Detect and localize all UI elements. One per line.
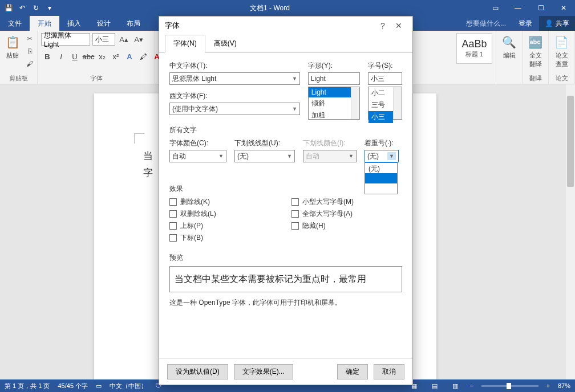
size-listbox[interactable]: 小二 三号 小三 (368, 87, 402, 120)
share-icon: 👤 (545, 19, 553, 27)
superscript-checkbox[interactable]: 上标(P) (169, 221, 280, 231)
grow-font-icon[interactable]: A▴ (118, 33, 130, 46)
tab-file[interactable]: 文件 (0, 16, 30, 31)
font-color-select[interactable]: 自动▼ (169, 150, 226, 162)
checkbox-icon (291, 198, 299, 206)
color-value: 自动 (172, 152, 186, 161)
font-group-label: 字体 (41, 73, 151, 83)
save-icon[interactable]: 💾 (2, 2, 15, 14)
hidden-checkbox[interactable]: 隐藏(H) (291, 221, 402, 231)
preview-text: 当文档中某些文本需要被标记为重点时，最常用 (175, 273, 366, 285)
size-option[interactable]: 小三 (369, 111, 393, 123)
tab-insert[interactable]: 插入 (59, 16, 89, 31)
emphasis-option[interactable] (365, 173, 397, 183)
zoom-in-icon[interactable]: + (546, 382, 550, 389)
clipboard-group-label: 剪贴板 (3, 73, 34, 83)
underline-value: (无) (237, 152, 249, 161)
text-effects-button[interactable]: 文字效果(E)... (234, 364, 293, 379)
dialog-tab-advanced[interactable]: 高级(V) (205, 35, 245, 52)
underline-label: 下划线线型(U): (234, 138, 295, 148)
ribbon-options-icon[interactable]: ▭ (484, 0, 507, 16)
emph-value: (无) (367, 152, 379, 161)
edit-button[interactable]: 🔍编辑 (500, 33, 519, 60)
web-layout-icon[interactable]: ▥ (449, 381, 461, 391)
subscript-button[interactable]: x₂ (96, 50, 108, 63)
listbox-scrollbar[interactable] (393, 87, 402, 119)
size-option[interactable]: 三号 (369, 99, 393, 111)
document-check-icon: 📄 (553, 33, 571, 51)
maximize-icon[interactable]: ☐ (529, 0, 552, 16)
dstrike-checkbox[interactable]: 双删除线(L) (169, 209, 280, 219)
ok-button[interactable]: 确定 (337, 364, 368, 379)
zoom-thumb[interactable] (507, 383, 511, 389)
redo-icon[interactable]: ↻ (30, 2, 42, 14)
cancel-button[interactable]: 取消 (374, 364, 404, 379)
style-option[interactable]: Light (309, 87, 351, 97)
emphasis-option[interactable]: (无) (365, 163, 397, 173)
superscript-button[interactable]: x² (110, 50, 122, 63)
font-name-combo[interactable]: 思源黑体 Light (41, 33, 90, 46)
listbox-scrollbar[interactable] (351, 87, 359, 119)
print-layout-icon[interactable]: ▤ (428, 381, 441, 391)
thesis-button[interactable]: 📄论文查重 (552, 33, 571, 68)
cut-icon[interactable]: ✂ (24, 33, 35, 44)
emphasis-option[interactable] (365, 183, 397, 194)
share-button[interactable]: 👤 共享 (539, 16, 575, 31)
hidden-label: 隐藏(H) (302, 221, 326, 231)
translate-button[interactable]: 🔤全文翻译 (526, 33, 545, 68)
west-font-select[interactable]: (使用中文字体)▼ (169, 103, 300, 115)
format-painter-icon[interactable]: 🖌 (24, 58, 35, 70)
qat-dropdown-icon[interactable]: ▾ (43, 2, 56, 14)
tell-me[interactable]: 想要做什么... (460, 19, 512, 28)
scrollbar-thumb[interactable] (567, 96, 574, 187)
dialog-titlebar[interactable]: 字体 ? ✕ (159, 17, 412, 35)
zoom-slider[interactable] (481, 385, 538, 387)
chevron-down-icon: ▼ (287, 153, 292, 159)
dialog-close-icon[interactable]: ✕ (391, 21, 407, 30)
strike-checkbox[interactable]: 删除线(K) (169, 197, 280, 207)
font-size-combo[interactable]: 小三 (92, 33, 115, 46)
paste-button[interactable]: 📋 粘贴 (3, 33, 22, 60)
status-page[interactable]: 第 1 页，共 1 页 (5, 382, 50, 390)
emphasis-select[interactable]: (无)▼ (365, 150, 399, 162)
shrink-font-icon[interactable]: A▾ (132, 33, 145, 46)
set-default-button[interactable]: 设为默认值(D) (167, 364, 228, 379)
italic-button[interactable]: I (55, 50, 67, 63)
tab-home[interactable]: 开始 (30, 16, 59, 31)
style-listbox[interactable]: Light 倾斜 加粗 (308, 87, 361, 120)
zoom-out-icon[interactable]: − (469, 382, 473, 389)
text-effects-button[interactable]: A (123, 50, 136, 63)
undo-icon[interactable]: ↶ (16, 2, 29, 14)
strike-label: 删除线(K) (180, 197, 210, 207)
minimize-icon[interactable]: — (507, 0, 529, 16)
ucolor-value: 自动 (306, 152, 319, 161)
underline-select[interactable]: (无)▼ (234, 150, 295, 162)
app-title: 文档1 - Word (56, 3, 484, 13)
vertical-scrollbar[interactable] (566, 84, 575, 379)
subscript-checkbox[interactable]: 下标(B) (169, 233, 280, 243)
close-icon[interactable]: ✕ (552, 0, 575, 16)
copy-icon[interactable]: ⎘ (24, 46, 35, 57)
chevron-down-icon: ▼ (387, 152, 396, 160)
strike-button[interactable]: abc (82, 50, 95, 63)
status-words[interactable]: 45/45 个字 (58, 382, 88, 390)
style-heading1[interactable]: AaBb标题 1 (456, 33, 492, 64)
cn-font-select[interactable]: 思源黑体 Light▼ (169, 72, 300, 85)
dialog-tab-font[interactable]: 字体(N) (165, 35, 205, 53)
bold-button[interactable]: B (41, 50, 54, 63)
allcaps-checkbox[interactable]: 全部大写字母(A) (291, 209, 402, 219)
underline-button[interactable]: U (68, 50, 81, 63)
tab-design[interactable]: 设计 (89, 16, 119, 31)
highlight-button[interactable]: 🖍 (137, 50, 149, 63)
style-input[interactable]: Light (308, 72, 361, 85)
help-icon[interactable]: ? (375, 21, 391, 30)
style-option[interactable]: 加粗 (309, 109, 351, 121)
login-button[interactable]: 登录 (512, 19, 539, 28)
size-input[interactable]: 小三 (368, 72, 402, 85)
style-option[interactable]: 倾斜 (309, 97, 351, 109)
size-option[interactable]: 小二 (369, 87, 393, 99)
smallcaps-checkbox[interactable]: 小型大写字母(M) (291, 197, 402, 207)
tab-layout[interactable]: 布局 (119, 16, 148, 31)
zoom-level[interactable]: 87% (558, 382, 570, 389)
status-lang[interactable]: 中文（中国） (110, 382, 147, 390)
